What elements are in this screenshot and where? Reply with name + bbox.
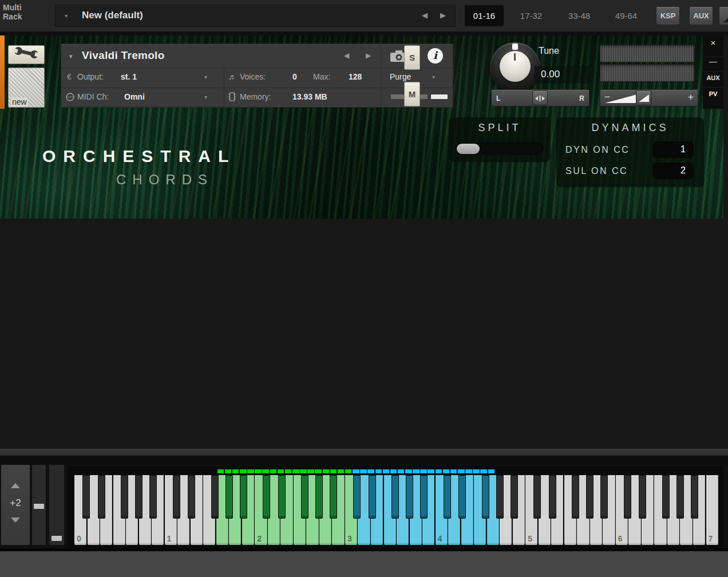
- performance-view-button[interactable]: PV: [703, 87, 723, 102]
- key-range-indicator: [345, 469, 352, 473]
- piano-key-black[interactable]: [82, 475, 90, 519]
- rack-page-tab-49-64[interactable]: 49-64: [607, 5, 646, 26]
- piano-key-black[interactable]: [211, 475, 219, 519]
- pan-handle[interactable]: [532, 90, 548, 105]
- rack-page-tab-17-32[interactable]: 17-32: [512, 5, 551, 26]
- chevron-down-icon[interactable]: ▾: [65, 13, 68, 19]
- mute-button[interactable]: M: [404, 82, 420, 106]
- piano-key-black[interactable]: [600, 475, 608, 519]
- piano-key-black[interactable]: [173, 475, 180, 519]
- rack-page-tab-01-16[interactable]: 01-16: [465, 5, 504, 26]
- piano-key-black[interactable]: [98, 475, 105, 519]
- piano-key-black[interactable]: [458, 475, 466, 519]
- panel-toggle-button[interactable]: [719, 6, 728, 25]
- piano-key-black[interactable]: [624, 475, 631, 519]
- instrument-title[interactable]: Vivaldi Tremolo: [82, 49, 165, 62]
- piano-key-black[interactable]: [420, 475, 428, 519]
- piano-key-black[interactable]: [240, 475, 247, 519]
- split-toggle[interactable]: [456, 143, 544, 155]
- solo-button[interactable]: S: [404, 45, 420, 70]
- transpose-value[interactable]: +2: [1, 497, 30, 509]
- ksp-button[interactable]: KSP: [656, 6, 680, 25]
- zoom-handle[interactable]: [52, 536, 62, 541]
- max-voices-label: Max:: [313, 72, 330, 81]
- info-view-button[interactable]: i: [417, 44, 454, 68]
- piano-key-black[interactable]: [135, 475, 143, 519]
- piano-key-black[interactable]: [353, 475, 361, 519]
- key-range-indicator: [428, 469, 434, 473]
- split-toggle-knob[interactable]: [457, 144, 480, 154]
- new-instrument-button[interactable]: new: [8, 68, 45, 108]
- piano-key-black[interactable]: [263, 475, 270, 519]
- piano-key-black[interactable]: [278, 475, 286, 519]
- piano-key-white[interactable]: 7: [706, 475, 718, 545]
- transpose-up-icon[interactable]: [11, 483, 20, 488]
- octave-label: 7: [709, 534, 713, 543]
- piano-key-black[interactable]: [676, 475, 684, 519]
- output-value[interactable]: st. 1: [121, 72, 137, 81]
- volume-plus-label: +: [688, 92, 694, 103]
- aux-button[interactable]: AUX: [689, 6, 713, 25]
- key-range-indicator: [232, 469, 239, 473]
- piano-key-black[interactable]: [549, 475, 556, 519]
- volume-slider[interactable]: − +: [600, 89, 698, 106]
- chevron-down-icon[interactable]: ▾: [204, 94, 207, 100]
- chevron-down-icon[interactable]: ▾: [204, 74, 207, 80]
- multi-preset-name[interactable]: New (default): [82, 10, 143, 21]
- keyboard-zoom-bar[interactable]: [49, 465, 64, 545]
- piano-key-black[interactable]: [188, 475, 195, 519]
- piano-key-black[interactable]: [496, 475, 504, 519]
- piano-key-black[interactable]: [369, 475, 376, 519]
- scrollbar-handle[interactable]: [34, 504, 44, 509]
- keyboard-scrollbar-vertical[interactable]: [32, 465, 46, 545]
- rack-label-line1: Multi: [3, 3, 22, 12]
- pan-slider[interactable]: L R: [491, 89, 589, 106]
- key-range-indicator: [480, 469, 487, 473]
- piano-key-black[interactable]: [444, 475, 451, 519]
- piano-key-black[interactable]: [639, 475, 646, 519]
- piano-key-black[interactable]: [662, 475, 670, 519]
- library-title: ORCHESTRAL: [42, 147, 236, 166]
- piano-key-black[interactable]: [691, 475, 698, 519]
- piano-key-black[interactable]: [391, 475, 399, 519]
- piano-keyboard[interactable]: 01234567: [74, 475, 719, 545]
- knob-cap: [500, 51, 531, 82]
- rack-page-tab-33-48[interactable]: 33-48: [560, 5, 599, 26]
- piano-key-black[interactable]: [511, 475, 518, 519]
- minimize-icon[interactable]: —: [703, 56, 723, 66]
- max-voices-value[interactable]: 128: [349, 72, 362, 81]
- edit-instrument-button[interactable]: [8, 45, 45, 64]
- chevron-down-icon[interactable]: ▾: [69, 53, 73, 60]
- key-range-indicator: [473, 469, 480, 473]
- chevron-down-icon[interactable]: ▾: [432, 74, 435, 80]
- multi-preset-selector[interactable]: ▾ New (default) ◀ ▶: [55, 5, 456, 27]
- instrument-prev-icon[interactable]: ◀: [344, 52, 349, 60]
- piano-key-black[interactable]: [330, 475, 337, 519]
- piano-key-black[interactable]: [533, 475, 541, 519]
- close-icon[interactable]: ×: [703, 38, 723, 48]
- piano-key-black[interactable]: [572, 475, 579, 519]
- transpose-down-icon[interactable]: [11, 517, 20, 523]
- tune-value-box[interactable]: 0.00: [534, 66, 590, 84]
- preset-prev-icon[interactable]: ◀: [422, 11, 428, 19]
- instrument-next-icon[interactable]: ▶: [366, 52, 371, 60]
- volume-handle[interactable]: [636, 90, 651, 105]
- memory-label: Memory:: [240, 92, 271, 101]
- piano-key-black[interactable]: [482, 475, 489, 519]
- purge-button[interactable]: Purge: [390, 72, 411, 81]
- aux-sends-button[interactable]: AUX: [703, 71, 723, 86]
- sul-cc-value-box[interactable]: 2: [652, 163, 694, 179]
- midi-channel-value[interactable]: Omni: [124, 92, 145, 101]
- voices-value: 0: [292, 72, 297, 81]
- tune-knob[interactable]: [490, 42, 540, 93]
- dyn-cc-value-box[interactable]: 1: [652, 141, 694, 158]
- piano-key-black[interactable]: [586, 475, 594, 519]
- piano-key-black[interactable]: [406, 475, 413, 519]
- view-size-large-button[interactable]: [431, 94, 448, 99]
- piano-key-black[interactable]: [225, 475, 233, 519]
- piano-key-black[interactable]: [121, 475, 128, 519]
- preset-next-icon[interactable]: ▶: [440, 11, 446, 19]
- piano-key-black[interactable]: [149, 475, 157, 519]
- piano-key-black[interactable]: [315, 475, 323, 519]
- piano-key-black[interactable]: [301, 475, 308, 519]
